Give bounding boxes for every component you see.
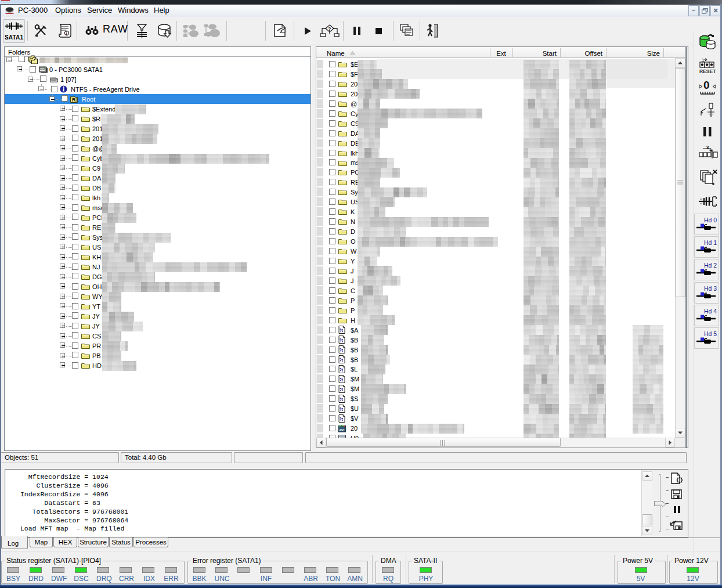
svg-text:0: 0 <box>703 80 710 91</box>
svg-text:x: x <box>706 145 709 150</box>
svg-text:?: ? <box>328 26 331 32</box>
svg-text:RESET: RESET <box>699 68 716 74</box>
svg-text:R: R <box>72 96 76 102</box>
svg-text:AVI: AVI <box>340 428 345 431</box>
